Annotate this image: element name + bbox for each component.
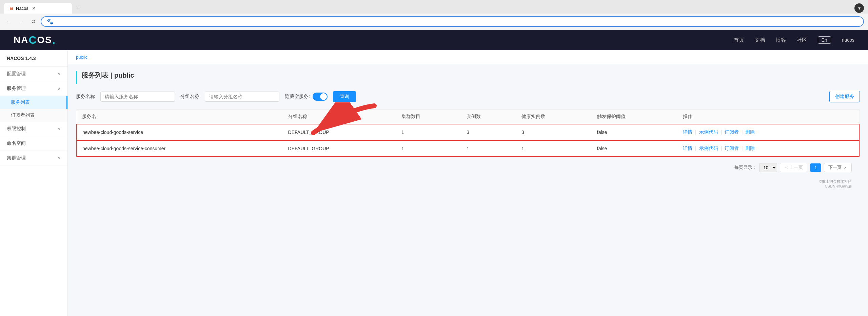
- pagination: 每页显示： 10 ＜ 上一页 1 下一页 ＞: [76, 157, 860, 178]
- group-name-label: 分组名称: [180, 94, 199, 100]
- browser-nav-bar: ← → ↺ 🐾: [0, 14, 868, 30]
- forward-button[interactable]: →: [16, 17, 26, 26]
- tab-title: Nacos: [16, 6, 28, 11]
- sidebar: NACOS 1.4.3 配置管理 ∨ 服务管理 ∧ 服务列表 订阅者列表 权限控…: [0, 50, 68, 316]
- sidebar-item-service-mgmt[interactable]: 服务管理 ∧: [0, 81, 67, 96]
- sidebar-item-service-list[interactable]: 服务列表: [0, 96, 67, 109]
- sidebar-version: NACOS 1.4.3: [0, 50, 67, 67]
- cell-clusters-2: 1: [396, 140, 461, 157]
- next-page-button[interactable]: 下一页 ＞: [824, 163, 852, 172]
- profile-button[interactable]: ▾: [854, 3, 864, 13]
- watermark: ©掘土掘金技术社区CSDN @Gary.js: [76, 178, 860, 190]
- cell-service-name-2: newbee-cloud-goods-service-consumer: [77, 140, 283, 157]
- sidebar-namespace-label: 命名空间: [7, 140, 61, 146]
- cell-instances-2: 1: [461, 140, 516, 157]
- logo-c: C: [28, 34, 37, 46]
- logo-dot: .: [52, 34, 56, 46]
- table-header-row: 服务名 分组名称 集群数目 实例数 健康实例数 触发保护阈值 操作: [77, 110, 859, 124]
- page-size-label: 每页显示：: [734, 164, 756, 171]
- cell-actions-1: 详情 | 示例代码 | 订阅者 | 删除: [677, 124, 859, 140]
- page-size-select[interactable]: 10: [759, 163, 777, 172]
- new-tab-button[interactable]: +: [73, 3, 83, 13]
- col-cluster-count: 集群数目: [396, 110, 461, 124]
- hide-empty-toggle[interactable]: [313, 93, 328, 101]
- table-row: newbee-cloud-goods-service-consumer DEFA…: [77, 140, 859, 157]
- user-menu[interactable]: nacos: [842, 37, 854, 43]
- breadcrumb-link[interactable]: public: [76, 55, 87, 60]
- cell-clusters-1: 1: [396, 124, 461, 140]
- search-bar: 服务名称 分组名称 隐藏空服务: 查询 创建服务: [76, 91, 860, 102]
- tab-bar: ⊟ Nacos ✕ + ▾: [4, 3, 864, 14]
- cell-threshold-1: false: [592, 124, 677, 140]
- lang-switcher[interactable]: En: [818, 36, 831, 44]
- action-delete-2[interactable]: 删除: [745, 145, 755, 151]
- action-subscriber-2[interactable]: 订阅者: [725, 145, 739, 151]
- group-name-input[interactable]: [205, 92, 279, 102]
- action-delete-1[interactable]: 删除: [745, 129, 755, 135]
- nav-blog[interactable]: 博客: [776, 37, 786, 43]
- sidebar-config-label: 配置管理: [7, 71, 58, 77]
- action-detail-1[interactable]: 详情: [683, 129, 692, 135]
- sidebar-auth-label: 权限控制: [7, 126, 58, 132]
- sidebar-service-arrow: ∧: [58, 86, 61, 91]
- cell-threshold-2: false: [592, 140, 677, 157]
- sidebar-item-auth[interactable]: 权限控制 ∨: [0, 122, 67, 136]
- cell-healthy-1: 3: [516, 124, 592, 140]
- sidebar-item-subscriber-list[interactable]: 订阅者列表: [0, 109, 67, 122]
- back-button[interactable]: ←: [4, 17, 14, 26]
- logo-text: NA: [14, 35, 28, 45]
- sidebar-auth-arrow: ∨: [58, 126, 61, 131]
- cell-actions-2: 详情 | 示例代码 | 订阅者 | 删除: [677, 140, 859, 157]
- address-bar[interactable]: 🐾: [41, 16, 864, 27]
- refresh-button[interactable]: ↺: [28, 17, 38, 26]
- address-icon: 🐾: [47, 18, 54, 25]
- tab-icon: ⊟: [9, 6, 13, 11]
- service-name-input[interactable]: [100, 92, 175, 102]
- cell-instances-1: 3: [461, 124, 516, 140]
- cell-healthy-2: 1: [516, 140, 592, 157]
- tab-close-button[interactable]: ✕: [31, 5, 37, 11]
- col-actions: 操作: [677, 110, 859, 124]
- hide-empty-toggle-wrap: 隐藏空服务:: [285, 93, 328, 101]
- col-threshold: 触发保护阈值: [592, 110, 677, 124]
- action-sample-1[interactable]: 示例代码: [699, 129, 718, 135]
- create-service-button[interactable]: 创建服务: [829, 91, 860, 102]
- nav-docs[interactable]: 文档: [755, 37, 765, 43]
- cell-group-2: DEFAULT_GROUP: [283, 140, 396, 157]
- action-sample-2[interactable]: 示例代码: [699, 145, 718, 151]
- col-healthy-count: 健康实例数: [516, 110, 592, 124]
- col-service-name: 服务名: [77, 110, 283, 124]
- service-table: 服务名 分组名称 集群数目 实例数 健康实例数 触发保护阈值 操作: [76, 109, 860, 157]
- sidebar-cluster-label: 集群管理: [7, 155, 58, 161]
- query-button[interactable]: 查询: [333, 91, 356, 102]
- page-1-button[interactable]: 1: [810, 163, 821, 172]
- sidebar-service-label: 服务管理: [7, 85, 58, 92]
- action-detail-2[interactable]: 详情: [683, 145, 692, 151]
- content-area: public 服务列表 | public 服务名称 分组名称 隐藏空服务: 查询…: [68, 50, 868, 316]
- nav-community[interactable]: 社区: [797, 37, 807, 43]
- page-title: 服务列表 | public: [76, 71, 860, 84]
- browser-chrome: ⊟ Nacos ✕ + ▾ ← → ↺ 🐾: [0, 0, 868, 30]
- nav-home[interactable]: 首页: [734, 37, 744, 43]
- prev-page-button[interactable]: ＜ 上一页: [780, 163, 808, 172]
- table-container: 服务名 分组名称 集群数目 实例数 健康实例数 触发保护阈值 操作: [76, 109, 860, 157]
- col-instance-count: 实例数: [461, 110, 516, 124]
- active-tab: ⊟ Nacos ✕: [4, 3, 72, 14]
- header-nav: 首页 文档 博客 社区 En nacos: [734, 36, 854, 44]
- main-layout: NACOS 1.4.3 配置管理 ∨ 服务管理 ∧ 服务列表 订阅者列表 权限控…: [0, 50, 868, 316]
- sidebar-item-namespace[interactable]: 命名空间: [0, 136, 67, 151]
- action-subscriber-1[interactable]: 订阅者: [725, 129, 739, 135]
- nacos-header: NACOS. 首页 文档 博客 社区 En nacos: [0, 30, 868, 50]
- table-row: newbee-cloud-goods-service DEFAULT_GROUP…: [77, 124, 859, 140]
- service-name-label: 服务名称: [76, 94, 95, 100]
- sidebar-config-arrow: ∨: [58, 72, 61, 76]
- sidebar-item-config[interactable]: 配置管理 ∨: [0, 67, 67, 81]
- nacos-logo: NACOS.: [14, 34, 56, 46]
- logo-os: OS: [37, 35, 52, 45]
- address-input[interactable]: [56, 19, 858, 24]
- cell-group-1: DEFAULT_GROUP: [283, 124, 396, 140]
- hide-empty-label: 隐藏空服务:: [285, 94, 310, 100]
- breadcrumb: public: [68, 50, 868, 64]
- page-content: 服务列表 | public 服务名称 分组名称 隐藏空服务: 查询 创建服务: [68, 64, 868, 196]
- sidebar-item-cluster[interactable]: 集群管理 ∨: [0, 151, 67, 165]
